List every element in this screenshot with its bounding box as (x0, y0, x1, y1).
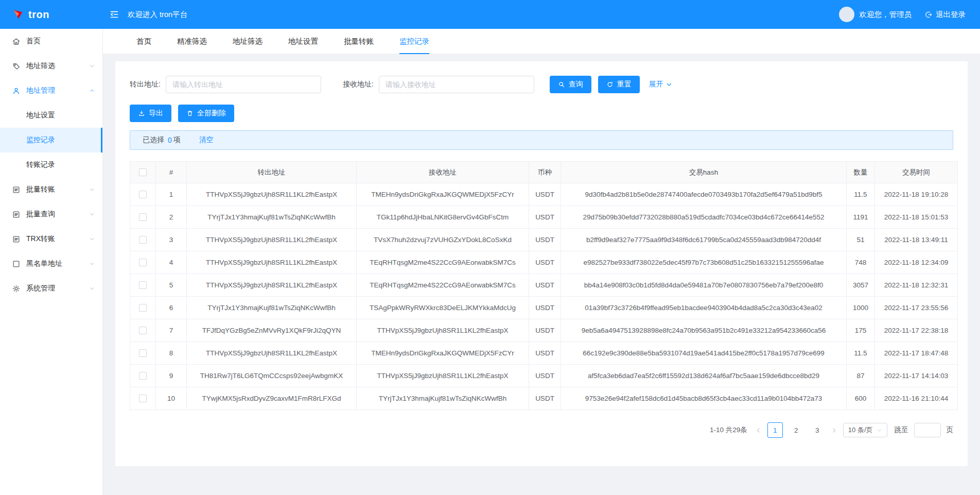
row-select-cell (130, 206, 156, 229)
avatar[interactable] (839, 7, 854, 22)
tab-1[interactable]: 精准筛选 (164, 29, 220, 54)
sidebar-item-10[interactable]: 系统管理 (0, 276, 102, 301)
tron-logo-icon (12, 9, 24, 20)
sidebar-item-7[interactable]: 批量查询 (0, 202, 102, 227)
selected-count: 0 (168, 136, 172, 144)
reset-button[interactable]: 重置 (598, 76, 640, 93)
cell-tx-time: 2022-11-17 23:55:56 (875, 297, 958, 319)
page-size-select[interactable]: 10 条/页 (843, 423, 887, 437)
cell-index: 9 (156, 365, 187, 387)
row-checkbox[interactable] (139, 213, 147, 221)
cell-coin: USDT (529, 365, 561, 387)
logo-text: tron (28, 9, 49, 21)
sidebar-collapse-icon[interactable] (109, 9, 119, 20)
tab-0[interactable]: 首页 (124, 29, 164, 54)
page-button-2[interactable]: 2 (789, 422, 804, 438)
table-row-3: 4TTHVpXS5jJ9gbzUjh8SR1L1KL2fhEastpXTEqRH… (130, 251, 958, 274)
cell-tx-hash: 9753e26e94f2afef158dc6d1d45bacb8d65f3cb4… (561, 387, 847, 410)
sidebar-item-0[interactable]: 首页 (0, 29, 102, 54)
logout-button[interactable]: 退出登录 (925, 10, 966, 20)
cell-tx-hash: 9d30fb4ad2b81b5e0de28747400afecde0703493… (561, 183, 847, 206)
selection-bar: 已选择0项 清空 (130, 130, 953, 150)
sidebar-item-1[interactable]: 地址筛选 (0, 54, 102, 78)
list-icon (12, 235, 21, 244)
chevron-down-icon (89, 261, 95, 267)
chevron-down-icon (89, 211, 95, 217)
to-address-input[interactable] (379, 76, 534, 93)
cell-coin: USDT (529, 229, 561, 251)
sidebar-item-label: 系统管理 (26, 284, 55, 293)
row-checkbox[interactable] (139, 259, 147, 266)
sidebar-subitem-5[interactable]: 转账记录 (0, 152, 102, 177)
refresh-icon (606, 81, 614, 88)
tab-4[interactable]: 批量转账 (331, 29, 387, 54)
trash-icon (186, 110, 194, 117)
cell-tx-hash: 9eb5a6a4947513928898e8fc24a70b9563a951b2… (561, 319, 847, 342)
cell-to-address: TMEHn9ydsDriGkgRxaJKGQWMEDjX5FzCYr (357, 342, 529, 365)
delete-all-button[interactable]: 全部删除 (178, 105, 234, 122)
next-page-button[interactable] (831, 427, 837, 434)
col-header-0: # (156, 162, 187, 183)
cell-index: 3 (156, 229, 187, 251)
table-row-4: 5TTHVpXS5jJ9gbzUjh8SR1L1KL2fhEastpXTEqRH… (130, 274, 958, 297)
search-button[interactable]: 查询 (550, 76, 591, 93)
cell-tx-hash: b2ff9d9eaf327e7775aa9f9d348f6dc61799b5ca… (561, 229, 847, 251)
cell-index: 5 (156, 274, 187, 297)
tab-label: 首页 (136, 37, 151, 46)
row-checkbox[interactable] (139, 372, 147, 380)
row-checkbox[interactable] (139, 327, 147, 334)
sidebar-item-label: TRX转账 (26, 234, 55, 244)
records-table: #转出地址接收地址币种交易hash数量交易时间1TTHVpXS5jJ9gbzUj… (130, 161, 958, 410)
tab-5-active[interactable]: 监控记录 (387, 29, 442, 54)
main-area: 首页精准筛选地址筛选地址设置批量转账监控记录 转出地址: 接收地址: 查询 (103, 0, 980, 479)
cell-tx-time: 2022-11-18 12:34:09 (875, 251, 958, 274)
row-checkbox[interactable] (139, 395, 147, 402)
cell-tx-time: 2022-11-17 18:47:48 (875, 342, 958, 365)
page-button-3[interactable]: 3 (810, 422, 825, 438)
selected-suffix: 项 (173, 135, 181, 145)
list-icon (12, 185, 21, 194)
row-checkbox[interactable] (139, 304, 147, 312)
home-icon (12, 37, 21, 46)
page-button-1-current[interactable]: 1 (767, 422, 783, 438)
tab-label: 精准筛选 (177, 37, 207, 46)
select-all-header (130, 162, 156, 183)
tab-3[interactable]: 地址设置 (275, 29, 331, 54)
prev-page-button[interactable] (755, 427, 762, 434)
row-checkbox[interactable] (139, 349, 147, 357)
row-select-cell (130, 274, 156, 297)
sidebar-item-8[interactable]: TRX转账 (0, 227, 102, 251)
cell-tx-time: 2022-11-18 12:32:31 (875, 274, 958, 297)
cell-to-address: TTHVpXS5jJ9gbzUjh8SR1L1KL2fhEastpX (357, 319, 529, 342)
row-checkbox[interactable] (139, 191, 147, 198)
sidebar-subitem-4-selected[interactable]: 监控记录 (0, 128, 102, 152)
sidebar-item-label: 地址筛选 (26, 61, 55, 71)
cell-tx-time: 2022-11-16 21:10:44 (875, 387, 958, 410)
jump-page-input[interactable] (914, 423, 941, 437)
sidebar-item-6[interactable]: 批量转账 (0, 177, 102, 202)
search-icon (558, 81, 565, 88)
from-address-input[interactable] (166, 76, 321, 93)
export-button[interactable]: 导出 (130, 105, 171, 122)
row-checkbox[interactable] (139, 236, 147, 244)
cell-to-address: TMEHn9ydsDriGkgRxaJKGQWMEDjX5FzCYr (357, 183, 529, 206)
sidebar-item-2[interactable]: 地址管理 (0, 78, 102, 103)
tab-label: 监控记录 (399, 37, 429, 46)
clear-selection-link[interactable]: 清空 (199, 135, 214, 145)
select-all-checkbox[interactable] (139, 168, 147, 176)
sidebar-item-label: 批量转账 (26, 185, 55, 194)
tab-2[interactable]: 地址筛选 (220, 29, 275, 54)
sidebar-subitem-3[interactable]: 地址设置 (0, 103, 102, 128)
jump-unit: 页 (947, 425, 954, 435)
sidebar-item-9[interactable]: 黑名单地址 (0, 251, 102, 276)
row-checkbox[interactable] (139, 281, 147, 289)
action-row: 导出 全部删除 (130, 105, 953, 122)
logout-icon (925, 11, 933, 19)
cell-amount: 11.5 (847, 342, 875, 365)
expand-toggle[interactable]: 展开 (649, 80, 672, 89)
row-select-cell (130, 251, 156, 274)
chevron-down-icon (666, 81, 672, 88)
filter-row: 转出地址: 接收地址: 查询 重置 展开 (130, 76, 953, 93)
cell-index: 8 (156, 342, 187, 365)
cell-tx-time: 2022-11-17 22:38:18 (875, 319, 958, 342)
